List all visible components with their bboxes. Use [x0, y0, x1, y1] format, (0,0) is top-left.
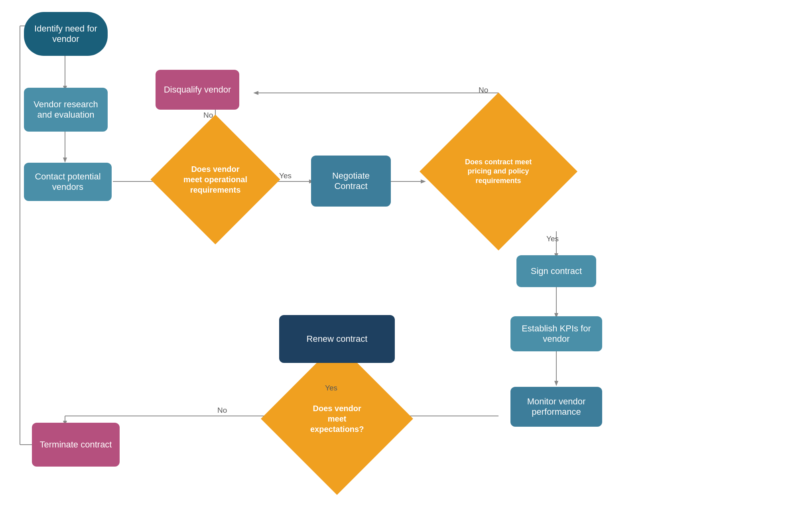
negotiate-contract-node: Negotiate Contract — [311, 156, 391, 207]
svg-marker-14 — [253, 91, 258, 95]
contact-vendors-label: Contact potential vendors — [35, 171, 100, 192]
terminate-contract-node: Terminate contract — [32, 423, 120, 467]
svg-marker-11 — [421, 179, 426, 183]
vendor-research-label: Vendor research and evaluation — [33, 99, 98, 120]
does-vendor-meet-operational-node: Does vendor meet operational requirement… — [150, 114, 280, 244]
disqualify-vendor-node: Disqualify vendor — [156, 70, 239, 110]
sign-contract-label: Sign contract — [531, 266, 582, 276]
does-vendor-meet-expectations-node: Does vendor meet expectations? — [261, 343, 413, 495]
renew-contract-node: Renew contract — [279, 315, 395, 363]
monitor-performance-label: Monitor vendor performance — [527, 396, 586, 417]
establish-kpis-label: Establish KPIs for vendor — [522, 323, 591, 344]
establish-kpis-node: Establish KPIs for vendor — [510, 316, 602, 351]
does-vendor-meet-operational-label: Does vendor meet operational requirement… — [183, 164, 247, 195]
yes1-label: Yes — [279, 171, 292, 180]
svg-marker-3 — [63, 158, 67, 163]
svg-marker-20 — [554, 381, 558, 386]
does-contract-meet-label: Does contract meet pricing and policy re… — [465, 158, 532, 185]
does-contract-meet-node: Does contract meet pricing and policy re… — [420, 93, 577, 250]
disqualify-vendor-label: Disqualify vendor — [164, 85, 231, 95]
terminate-contract-label: Terminate contract — [40, 439, 112, 450]
yes2-label: Yes — [546, 234, 559, 243]
no1-label: No — [203, 111, 213, 120]
yes3-label: Yes — [325, 384, 337, 392]
does-vendor-meet-expectations-label: Does vendor meet expectations? — [310, 403, 364, 434]
no3-label: No — [217, 406, 227, 415]
negotiate-contract-label: Negotiate Contract — [317, 171, 384, 191]
sign-contract-node: Sign contract — [516, 255, 596, 287]
identify-need-label: Identify need for vendor — [34, 24, 97, 44]
identify-need-node: Identify need for vendor — [24, 12, 108, 56]
flowchart: Identify need for vendor Vendor research… — [0, 0, 792, 532]
contact-vendors-node: Contact potential vendors — [24, 163, 112, 201]
vendor-research-node: Vendor research and evaluation — [24, 88, 108, 132]
no2-label: No — [479, 86, 488, 95]
monitor-performance-node: Monitor vendor performance — [510, 387, 602, 427]
renew-contract-label: Renew contract — [307, 334, 368, 344]
